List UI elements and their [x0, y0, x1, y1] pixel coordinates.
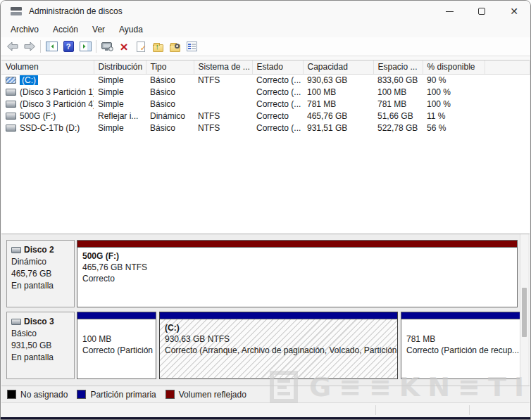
disk-management-window: Administración de discos ✕ Archivo Acció… — [0, 0, 531, 420]
volume-list-pane: Volumen Distribución Tipo Sistema de ...… — [1, 60, 530, 234]
graphical-view-pane: Disco 2 Dinámico 465,76 GB En pantalla 5… — [1, 234, 530, 386]
primary-partition-strip — [401, 312, 524, 319]
partition-500g-f[interactable]: 500G (F:) 465,76 GB NTFS Correcto — [77, 240, 518, 307]
legend-bar: No asignado Partición primaria Volumen r… — [1, 386, 530, 402]
volume-table: Volumen Distribución Tipo Sistema de ...… — [1, 61, 530, 134]
partition-781mb[interactable]: 781 MB Correcto (Partición de recup... — [401, 312, 525, 379]
legend-swatch-blue — [77, 390, 86, 399]
minimize-button[interactable] — [433, 1, 466, 22]
maximize-button[interactable] — [466, 1, 498, 22]
verify-document-icon[interactable]: ✓ — [132, 38, 149, 55]
disk-type: Dinámico — [11, 256, 74, 268]
col-espacio[interactable]: Espacio ... — [373, 61, 423, 74]
partition-100mb[interactable]: 100 MB Correcto (Partición — [77, 312, 156, 379]
partition-state: Correcto (Partición de recup... — [406, 345, 519, 356]
disk-icon — [11, 247, 21, 253]
partition-state: Correcto (Arranque, Archivo de paginació… — [165, 345, 392, 356]
disk-status: En pantalla — [11, 280, 74, 292]
close-button[interactable]: ✕ — [498, 1, 530, 22]
menu-ver[interactable]: Ver — [85, 23, 112, 37]
partition-state: Correcto (Partición — [82, 345, 151, 356]
forward-icon[interactable] — [21, 38, 38, 55]
back-icon[interactable] — [4, 38, 21, 55]
menu-archivo[interactable]: Archivo — [4, 23, 46, 37]
primary-partition-strip — [160, 312, 397, 319]
primary-partition-strip — [77, 312, 156, 319]
window-bottom-edge — [1, 417, 530, 420]
title-bar: Administración de discos ✕ — [1, 1, 530, 22]
status-bar — [1, 402, 530, 417]
volume-name: (Disco 3 Partición 1) — [20, 87, 94, 97]
help-icon[interactable]: ? — [60, 38, 77, 55]
volume-name: 500G (F:) — [20, 111, 56, 121]
monitor-view-icon[interactable] — [99, 38, 115, 55]
legend-mirrored-volume: Volumen reflejado — [165, 390, 246, 400]
partition-fs: 465,76 GB NTFS — [82, 262, 512, 273]
scrollbar-thumb[interactable] — [522, 288, 527, 337]
partition-fs: 781 MB — [406, 333, 519, 345]
partition-fs: 100 MB — [82, 333, 151, 345]
delete-icon[interactable]: × — [115, 38, 132, 55]
volume-name: (Disco 3 Partición 4) — [20, 99, 94, 109]
disk-3-label[interactable]: Disco 3 Básico 931,50 GB En pantalla — [6, 312, 75, 379]
table-row[interactable]: 500G (F:) Reflejar i...Dinámico NTFSCorr… — [1, 110, 530, 122]
legend-unallocated: No asignado — [7, 390, 68, 400]
volume-icon — [6, 125, 16, 132]
legend-swatch-darkred — [165, 390, 175, 399]
legend-primary-partition: Partición primaria — [77, 390, 156, 400]
disk-2-row: Disco 2 Dinámico 465,76 GB En pantalla 5… — [6, 240, 518, 307]
console-tree-icon[interactable] — [43, 38, 60, 55]
col-tipo[interactable]: Tipo — [146, 61, 194, 74]
menu-ayuda[interactable]: Ayuda — [112, 23, 150, 37]
menu-accion[interactable]: Acción — [46, 23, 85, 37]
table-row[interactable]: (Disco 3 Partición 4) SimpleBásico Corre… — [1, 98, 530, 110]
disk-status: En pantalla — [11, 352, 74, 364]
window-title: Administración de discos — [29, 6, 123, 16]
partition-state: Correcto — [82, 273, 512, 284]
action-pane-icon[interactable] — [77, 38, 94, 55]
partition-title: (C:) — [165, 322, 392, 333]
volume-icon — [6, 89, 16, 96]
col-volumen[interactable]: Volumen — [1, 61, 94, 74]
mirrored-volume-strip — [77, 241, 517, 248]
col-disponible[interactable]: % disponible — [423, 61, 485, 74]
partition-fs: 930,63 GB NTFS — [165, 333, 392, 345]
col-empty — [485, 61, 530, 74]
disk-2-label[interactable]: Disco 2 Dinámico 465,76 GB En pantalla — [6, 240, 75, 307]
search-folder-icon[interactable] — [166, 38, 183, 55]
volume-icon — [6, 101, 16, 108]
table-row[interactable]: SSD-C-1Tb (D:) SimpleBásico NTFSCorrecto… — [1, 122, 530, 134]
volume-name-selected: (C:) — [20, 75, 38, 85]
properties-list-icon[interactable] — [183, 38, 200, 55]
col-capacidad[interactable]: Capacidad — [303, 61, 373, 74]
disk-icon — [11, 319, 21, 325]
vertical-scrollbar[interactable] — [520, 234, 528, 386]
volume-icon — [6, 113, 16, 120]
disk-3-row: Disco 3 Básico 931,50 GB En pantalla 100… — [6, 312, 518, 379]
partition-c-selected[interactable]: (C:) 930,63 GB NTFS Correcto (Arranque, … — [159, 312, 398, 379]
table-row[interactable]: (C:) SimpleBásico NTFSCorrecto (... 930,… — [1, 74, 530, 86]
app-icon — [11, 7, 22, 15]
open-folder-icon[interactable]: ↑ — [149, 38, 166, 55]
menu-bar: Archivo Acción Ver Ayuda — [1, 22, 530, 37]
disk-type: Básico — [11, 328, 74, 340]
disk-size: 931,50 GB — [11, 340, 74, 352]
table-header-row: Volumen Distribución Tipo Sistema de ...… — [1, 61, 530, 74]
legend-swatch-black — [7, 390, 16, 399]
col-estado[interactable]: Estado — [252, 61, 303, 74]
volume-icon — [6, 77, 16, 84]
partition-title: 500G (F:) — [82, 250, 512, 262]
col-distribucion[interactable]: Distribución — [94, 61, 146, 74]
volume-name: SSD-C-1Tb (D:) — [20, 123, 80, 133]
toolbar: ? × ✓ ↑ — [1, 37, 530, 56]
table-row[interactable]: (Disco 3 Partición 1) SimpleBásico Corre… — [1, 86, 530, 98]
col-sistema[interactable]: Sistema de ... — [194, 61, 252, 74]
disk-size: 465,76 GB — [11, 268, 74, 280]
